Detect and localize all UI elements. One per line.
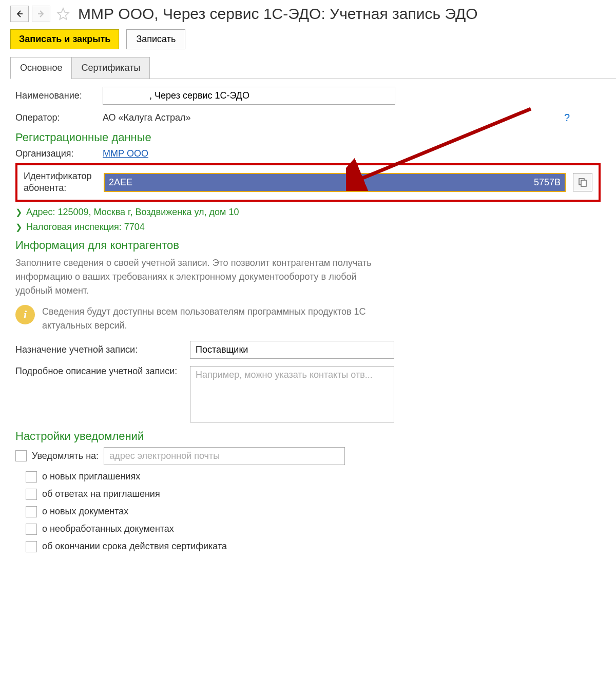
header: ММР ООО, Через сервис 1С-ЭДО: Учетная за…: [0, 0, 616, 25]
subscriber-id-field[interactable]: 2AEE 5757B: [104, 173, 566, 192]
counterparty-description: Заполните сведения о своей учетной запис…: [15, 256, 395, 298]
notify-option-label: о новых документах: [42, 506, 128, 517]
copy-button[interactable]: [573, 173, 592, 191]
arrow-left-icon: [15, 10, 24, 18]
tax-expander[interactable]: Налоговая инспекция: 7704: [26, 222, 145, 233]
notify-email-input[interactable]: [104, 447, 345, 465]
operator-value: АО «Калуга Астрал»: [103, 112, 191, 123]
org-label: Организация:: [15, 148, 103, 159]
notify-option-label: о необработанных документах: [42, 524, 174, 534]
description-textarea[interactable]: [190, 366, 394, 422]
description-label: Подробное описание учетной записи:: [15, 366, 190, 377]
registration-section-title: Регистрационные данные: [15, 131, 601, 144]
tab-main[interactable]: Основное: [10, 57, 72, 79]
purpose-label: Назначение учетной записи:: [15, 344, 190, 355]
notify-new-docs-checkbox[interactable]: [26, 506, 37, 517]
notify-option-label: об ответах на приглашения: [42, 489, 160, 499]
notify-on-checkbox[interactable]: [15, 450, 27, 461]
notify-new-invites-checkbox[interactable]: [26, 471, 37, 483]
notify-option-label: о новых приглашениях: [42, 471, 140, 482]
tabs-bar: Основное Сертификаты: [0, 57, 616, 79]
tab-certificates[interactable]: Сертификаты: [71, 57, 150, 79]
page-title: ММР ООО, Через сервис 1С-ЭДО: Учетная за…: [78, 5, 478, 23]
notify-invite-replies-checkbox[interactable]: [26, 489, 37, 500]
info-note-text: Сведения будут доступны всем пользовател…: [42, 305, 391, 333]
notify-unprocessed-docs-checkbox[interactable]: [26, 524, 37, 535]
info-icon: i: [15, 305, 35, 324]
address-expander[interactable]: Адрес: 125009, Москва г, Воздвиженка ул,…: [26, 207, 239, 218]
chevron-right-icon: ❯: [15, 207, 22, 217]
notify-option-label: об окончании срока действия сертификата: [42, 541, 227, 552]
purpose-input[interactable]: [190, 341, 394, 359]
save-and-close-button[interactable]: Записать и закрыть: [10, 29, 119, 49]
counterparty-section-title: Информация для контрагентов: [15, 239, 601, 252]
save-button[interactable]: Записать: [126, 29, 185, 49]
notify-on-label: Уведомлять на:: [32, 451, 99, 461]
info-note-block: i Сведения будут доступны всем пользоват…: [15, 305, 601, 333]
subscriber-id-label: Идентификатор абонента:: [24, 170, 100, 195]
copy-icon: [578, 178, 587, 187]
name-label: Наименование:: [15, 90, 103, 101]
svg-rect-4: [581, 180, 586, 186]
org-link[interactable]: ММР ООО: [103, 148, 148, 159]
favorite-star-icon[interactable]: [55, 6, 71, 22]
help-icon[interactable]: ?: [564, 112, 570, 124]
arrow-right-icon: [37, 10, 45, 18]
notify-cert-expiry-checkbox[interactable]: [26, 541, 37, 552]
chevron-right-icon: ❯: [15, 222, 22, 232]
nav-back-button[interactable]: [10, 6, 29, 22]
notify-section-title: Настройки уведомлений: [15, 430, 601, 443]
operator-label: Оператор:: [15, 112, 103, 123]
name-input[interactable]: [103, 87, 395, 105]
toolbar: Записать и закрыть Записать: [0, 25, 616, 57]
nav-forward-button[interactable]: [32, 6, 50, 22]
subscriber-id-highlight: Идентификатор абонента: 2AEE 5757B: [15, 163, 601, 202]
